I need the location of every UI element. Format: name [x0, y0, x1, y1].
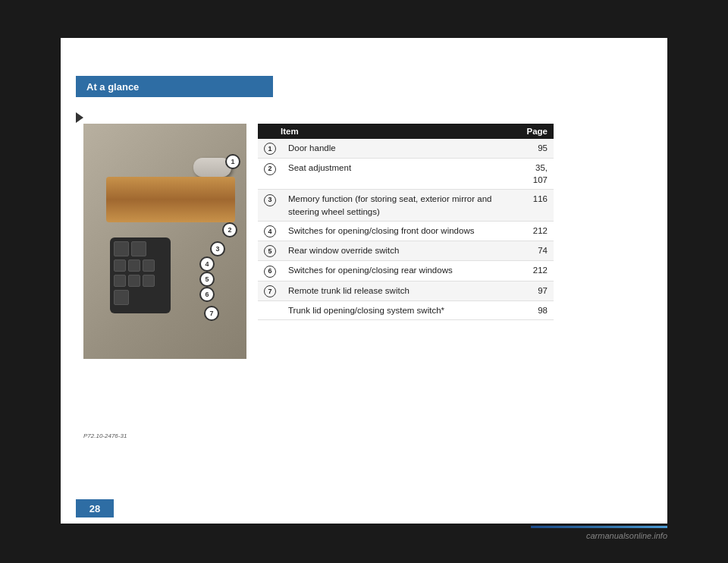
- page-col-header: Page: [521, 124, 554, 139]
- row-description: Seat adjustment: [282, 159, 521, 190]
- row-number: 2: [258, 159, 282, 190]
- door-panel: 1 2 3 4 5 6 7: [83, 124, 246, 359]
- row-description: Switches for opening/closing rear window…: [282, 261, 521, 281]
- row-number: 5: [258, 241, 282, 260]
- callout-3: 3: [210, 241, 225, 256]
- row-page: 212: [521, 261, 554, 281]
- image-caption: P72.10-2476-31: [83, 432, 127, 439]
- callout-5: 5: [199, 272, 215, 287]
- page-number: 28: [89, 503, 100, 514]
- row-description: Trunk lid opening/closing system switch*: [282, 300, 521, 319]
- row-page: 95: [521, 139, 554, 159]
- row-page: 98: [521, 300, 554, 319]
- row-number: 6: [258, 261, 282, 281]
- callout-2: 2: [222, 222, 237, 237]
- row-page: 116: [521, 190, 554, 221]
- switch-panel-illustration: [110, 237, 171, 313]
- row-number: 3: [258, 190, 282, 221]
- row-description: Rear window override switch: [282, 241, 521, 260]
- callout-4: 4: [199, 256, 215, 272]
- watermark-bar: [531, 526, 667, 528]
- watermark-area: carmanualsonline.info: [531, 526, 667, 540]
- table-row: 1Door handle95: [258, 139, 554, 159]
- items-table: Item Page 1Door handle952Seat adjustment…: [258, 124, 554, 320]
- section-title: At a glance: [86, 81, 139, 93]
- row-page: 74: [521, 241, 554, 260]
- row-number: 4: [258, 221, 282, 241]
- row-description: Remote trunk lid release switch: [282, 281, 521, 300]
- watermark-text: carmanualsonline.info: [586, 531, 667, 540]
- row-description: Memory function (for storing seat, exter…: [282, 190, 521, 221]
- callout-6: 6: [199, 287, 215, 302]
- row-number: 7: [258, 281, 282, 300]
- table-row: 3Memory function (for storing seat, exte…: [258, 190, 554, 221]
- page-number-badge: 28: [76, 499, 114, 517]
- section-header: At a glance: [76, 76, 273, 97]
- wood-trim-illustration: [106, 177, 235, 222]
- row-page: 35, 107: [521, 159, 554, 190]
- row-page: 97: [521, 281, 554, 300]
- table-row: 6Switches for opening/closing rear windo…: [258, 261, 554, 281]
- callout-1: 1: [225, 154, 240, 169]
- callout-7: 7: [204, 306, 219, 321]
- table-row: 4Switches for opening/closing front door…: [258, 221, 554, 241]
- table-row: 5Rear window override switch74: [258, 241, 554, 260]
- item-col-header: Item: [258, 124, 521, 139]
- table-body: 1Door handle952Seat adjustment35, 1073Me…: [258, 139, 554, 319]
- row-number: [258, 300, 282, 319]
- door-image-container: 1 2 3 4 5 6 7: [83, 124, 246, 359]
- table-row: 7Remote trunk lid release switch97: [258, 281, 554, 300]
- table-header-row: Item Page: [258, 124, 554, 139]
- row-description: Switches for opening/closing front door …: [282, 221, 521, 241]
- arrow-indicator: [76, 112, 83, 123]
- table-row: Trunk lid opening/closing system switch*…: [258, 300, 554, 319]
- row-description: Door handle: [282, 139, 521, 159]
- row-page: 212: [521, 221, 554, 241]
- row-number: 1: [258, 139, 282, 159]
- table-row: 2Seat adjustment35, 107: [258, 159, 554, 190]
